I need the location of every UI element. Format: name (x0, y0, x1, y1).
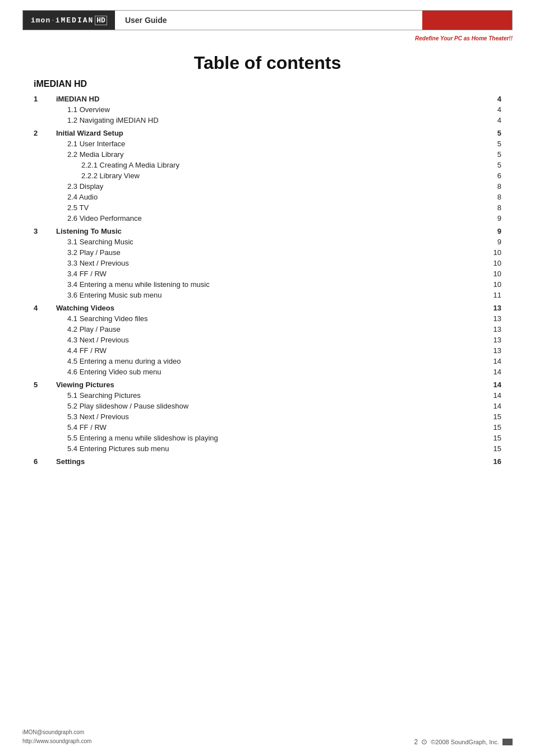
toc-label: 3.4 Entering a menu while listening to m… (50, 279, 485, 290)
footer-contact: iMON@soundgraph.com http://www.soundgrap… (22, 728, 91, 746)
toc-row: 2.1 User Interface5 (34, 138, 501, 149)
toc-row: 4.2 Play / Pause13 (34, 324, 501, 335)
footer-page: 2 ⊙ ©2008 SoundGraph, Inc. (414, 738, 513, 746)
toc-row: 4.5 Entering a menu during a video14 (34, 356, 501, 367)
toc-num: 6 (34, 454, 50, 467)
toc-row: 5.3 Next / Previous15 (34, 411, 501, 422)
toc-page: 10 (485, 258, 501, 268)
toc-row: 1.1 Overview4 (34, 104, 501, 115)
toc-num (34, 247, 50, 258)
toc-row: 4.6 Entering Video sub menu14 (34, 367, 501, 377)
toc-num (34, 411, 50, 422)
toc-num (34, 258, 50, 268)
toc-num (34, 390, 50, 401)
header-red-accent (422, 11, 512, 30)
toc-label: 4.3 Next / Previous (50, 335, 485, 345)
toc-num (34, 279, 50, 290)
toc-num (34, 170, 50, 181)
toc-area: iMEDIAN HD 1iMEDIAN HD41.1 Overview41.2 … (34, 79, 501, 467)
toc-num (34, 335, 50, 345)
toc-row: 4.4 FF / RW13 (34, 345, 501, 356)
toc-num (34, 433, 50, 443)
toc-num (34, 115, 50, 126)
toc-page: 10 (485, 268, 501, 279)
toc-num (34, 290, 50, 300)
toc-page: 13 (485, 313, 501, 324)
toc-page: 4 (485, 115, 501, 126)
toc-label: 4.2 Play / Pause (50, 324, 485, 335)
toc-table: 1iMEDIAN HD41.1 Overview41.2 Navigating … (34, 91, 501, 467)
toc-num (34, 192, 50, 202)
toc-num (34, 181, 50, 192)
toc-row: 1.2 Navigating iMEDIAN HD4 (34, 115, 501, 126)
toc-label: 5.5 Entering a menu while slideshow is p… (50, 433, 485, 443)
toc-label: 5.4 Entering Pictures sub menu (50, 443, 485, 454)
logo-dot: · (52, 15, 54, 25)
toc-page: 11 (485, 290, 501, 300)
toc-row: 3.3 Next / Previous10 (34, 258, 501, 268)
toc-num (34, 160, 50, 170)
copyright-icon: ⊙ (421, 738, 427, 746)
toc-num (34, 268, 50, 279)
toc-page: 10 (485, 279, 501, 290)
toc-page: 4 (485, 104, 501, 115)
toc-row: 2.4 Audio8 (34, 192, 501, 202)
toc-row: 2.5 TV8 (34, 202, 501, 213)
toc-num: 1 (34, 91, 50, 104)
toc-label: 2.2.2 Library View (50, 170, 485, 181)
toc-num (34, 356, 50, 367)
toc-label: 2.3 Display (50, 181, 485, 192)
toc-page: 8 (485, 181, 501, 192)
toc-row: 2.2 Media Library5 (34, 149, 501, 160)
toc-num: 5 (34, 377, 50, 390)
toc-row: 5.1 Searching Pictures14 (34, 390, 501, 401)
toc-label: 2.2.1 Creating A Media Library (50, 160, 485, 170)
toc-row: 3Listening To Music9 (34, 224, 501, 236)
toc-row: 2Initial Wizard Setup5 (34, 126, 501, 138)
toc-page: 9 (485, 224, 501, 236)
toc-page: 15 (485, 422, 501, 433)
toc-page: 6 (485, 170, 501, 181)
toc-page: 14 (485, 356, 501, 367)
toc-label: Listening To Music (50, 224, 485, 236)
toc-label: 5.4 FF / RW (50, 422, 485, 433)
toc-row: 4.3 Next / Previous13 (34, 335, 501, 345)
toc-num (34, 401, 50, 411)
toc-row: 3.4 FF / RW10 (34, 268, 501, 279)
toc-label: 3.4 FF / RW (50, 268, 485, 279)
toc-num (34, 324, 50, 335)
toc-num (34, 345, 50, 356)
toc-num: 4 (34, 300, 50, 313)
toc-page: 5 (485, 160, 501, 170)
page-title: Table of contents (22, 53, 513, 73)
toc-page: 15 (485, 443, 501, 454)
toc-num (34, 149, 50, 160)
toc-page: 8 (485, 202, 501, 213)
toc-label: 3.6 Entering Music sub menu (50, 290, 485, 300)
toc-page: 9 (485, 236, 501, 247)
toc-row: 2.6 Video Performance9 (34, 213, 501, 224)
toc-row: 2.2.1 Creating A Media Library5 (34, 160, 501, 170)
toc-page: 13 (485, 300, 501, 313)
toc-page: 14 (485, 367, 501, 377)
toc-num (34, 138, 50, 149)
header-title: User Guide (115, 11, 422, 30)
toc-page: 10 (485, 247, 501, 258)
toc-page: 13 (485, 324, 501, 335)
footer: iMON@soundgraph.com http://www.soundgrap… (0, 728, 535, 746)
toc-num (34, 104, 50, 115)
toc-row: 5.4 FF / RW15 (34, 422, 501, 433)
logo-hd: HD (95, 16, 107, 25)
toc-row: 2.2.2 Library View6 (34, 170, 501, 181)
footer-email: iMON@soundgraph.com (22, 728, 91, 737)
toc-label: 3.3 Next / Previous (50, 258, 485, 268)
toc-num (34, 367, 50, 377)
toc-label: 2.5 TV (50, 202, 485, 213)
footer-bar-icon (502, 739, 513, 745)
toc-label: 5.2 Play slideshow / Pause slideshow (50, 401, 485, 411)
toc-page: 16 (485, 454, 501, 467)
toc-page: 15 (485, 433, 501, 443)
toc-num (34, 422, 50, 433)
toc-num (34, 202, 50, 213)
toc-label: iMEDIAN HD (50, 91, 485, 104)
